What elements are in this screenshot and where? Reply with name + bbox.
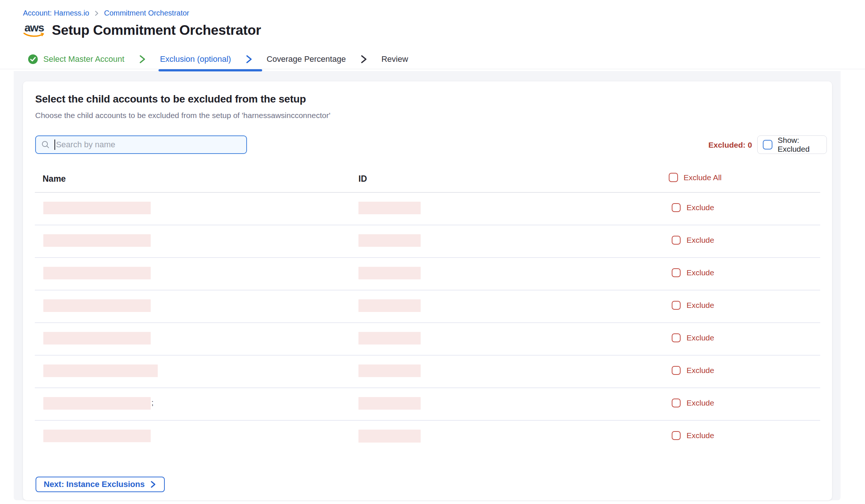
row-exclude-control[interactable]: Exclude xyxy=(672,301,714,310)
table-row: Exclude xyxy=(35,258,820,290)
table-row: Exclude xyxy=(35,290,820,323)
column-header-id: ID xyxy=(358,174,367,184)
next-button-label: Next: Instance Exclusions xyxy=(44,480,145,489)
chevron-right-icon xyxy=(94,10,100,16)
name-redacted-block xyxy=(43,299,151,312)
search-input[interactable] xyxy=(55,140,241,149)
exclude-all-control[interactable]: Exclude All xyxy=(669,173,722,182)
step-review[interactable]: Review xyxy=(381,54,408,64)
chevron-right-icon xyxy=(359,54,368,64)
name-redacted-block xyxy=(43,397,151,410)
excluded-count-badge: Excluded: 0 xyxy=(708,141,752,149)
row-exclude-checkbox[interactable] xyxy=(672,399,681,407)
column-header-name: Name xyxy=(43,174,66,184)
row-exclude-control[interactable]: Exclude xyxy=(672,333,714,342)
aws-logo-swoosh xyxy=(23,33,45,38)
aws-logo-text: aws xyxy=(24,23,44,33)
table-row: Exclude xyxy=(35,356,820,388)
row-exclude-label: Exclude xyxy=(687,366,714,375)
page-title: Setup Commitment Orchestrator xyxy=(52,23,261,38)
panel-subheading: Choose the child accounts to be excluded… xyxy=(35,111,330,120)
app-header: Account: Harness.io Commitment Orchestra… xyxy=(0,0,865,71)
step-completed-check-icon xyxy=(28,54,38,64)
row-exclude-label: Exclude xyxy=(687,301,714,310)
exclude-all-label: Exclude All xyxy=(684,173,722,182)
next-button[interactable]: Next: Instance Exclusions xyxy=(36,477,165,492)
setup-stepper: Select Master Account Exclusion (optiona… xyxy=(28,51,408,67)
table-row: ; Exclude xyxy=(35,388,820,421)
step-label: Coverage Percentage xyxy=(267,54,346,64)
header-divider xyxy=(0,69,865,69)
step-label: Select Master Account xyxy=(43,54,124,64)
row-exclude-label: Exclude xyxy=(687,268,714,277)
search-icon xyxy=(41,140,50,149)
name-redacted-block xyxy=(43,202,151,214)
step-select-master-account[interactable]: Select Master Account xyxy=(28,54,124,64)
name-suffix-text: ; xyxy=(151,397,154,408)
row-exclude-control[interactable]: Exclude xyxy=(672,268,714,277)
row-exclude-label: Exclude xyxy=(687,236,714,245)
table-row: Exclude xyxy=(35,323,820,356)
accounts-table-body: Exclude Exclude Exclude Exclude xyxy=(23,193,832,443)
row-exclude-label: Exclude xyxy=(687,431,714,440)
row-exclude-control[interactable]: Exclude xyxy=(672,431,714,440)
row-exclude-label: Exclude xyxy=(687,203,714,212)
row-exclude-control[interactable]: Exclude xyxy=(672,366,714,375)
id-redacted-block xyxy=(358,430,421,443)
show-excluded-checkbox[interactable] xyxy=(763,140,772,149)
row-exclude-label: Exclude xyxy=(687,333,714,342)
aws-logo-icon: aws xyxy=(23,23,45,38)
id-redacted-block xyxy=(358,397,421,410)
id-redacted-block xyxy=(358,332,421,345)
breadcrumb-link-account[interactable]: Account: Harness.io xyxy=(23,9,89,17)
step-exclusion-optional[interactable]: Exclusion (optional) xyxy=(160,54,231,64)
chevron-right-icon xyxy=(138,54,147,64)
row-exclude-control[interactable]: Exclude xyxy=(672,203,714,212)
step-label: Review xyxy=(381,54,408,64)
row-exclude-checkbox[interactable] xyxy=(672,203,681,212)
show-excluded-button[interactable]: Show: Excluded xyxy=(757,135,827,154)
table-row: Exclude xyxy=(35,193,820,225)
exclude-all-checkbox[interactable] xyxy=(669,173,678,182)
table-row: Exclude xyxy=(35,225,820,258)
content-background: Select the child accounts to be excluded… xyxy=(14,71,841,500)
name-redacted-block xyxy=(43,364,158,377)
chevron-right-icon xyxy=(149,480,157,488)
row-exclude-checkbox[interactable] xyxy=(672,236,681,245)
row-exclude-control[interactable]: Exclude xyxy=(672,236,714,245)
search-box[interactable] xyxy=(35,135,247,154)
id-redacted-block xyxy=(358,299,421,312)
chevron-right-icon xyxy=(244,54,253,64)
breadcrumb: Account: Harness.io Commitment Orchestra… xyxy=(23,9,189,17)
id-redacted-block xyxy=(358,202,421,214)
panel-heading: Select the child accounts to be excluded… xyxy=(35,93,306,105)
active-step-underline xyxy=(158,69,262,71)
name-redacted-block xyxy=(43,267,151,279)
name-redacted-block xyxy=(43,234,151,247)
step-coverage-percentage[interactable]: Coverage Percentage xyxy=(267,54,346,64)
show-excluded-label: Show: Excluded xyxy=(778,136,821,154)
row-exclude-checkbox[interactable] xyxy=(672,333,681,342)
row-exclude-checkbox[interactable] xyxy=(672,301,681,310)
id-redacted-block xyxy=(358,234,421,247)
table-row: Exclude xyxy=(35,421,820,443)
breadcrumb-link-commitment-orchestrator[interactable]: Commitment Orchestrator xyxy=(104,9,189,17)
name-redacted-block xyxy=(43,332,151,345)
step-label: Exclusion (optional) xyxy=(160,54,231,64)
id-redacted-block xyxy=(358,267,421,279)
row-exclude-control[interactable]: Exclude xyxy=(672,399,714,407)
row-exclude-checkbox[interactable] xyxy=(672,431,681,440)
id-redacted-block xyxy=(358,364,421,377)
name-redacted-block xyxy=(43,430,151,442)
row-exclude-label: Exclude xyxy=(687,399,714,407)
row-exclude-checkbox[interactable] xyxy=(672,268,681,277)
row-exclude-checkbox[interactable] xyxy=(672,366,681,375)
exclusion-panel: Select the child accounts to be excluded… xyxy=(23,81,832,500)
